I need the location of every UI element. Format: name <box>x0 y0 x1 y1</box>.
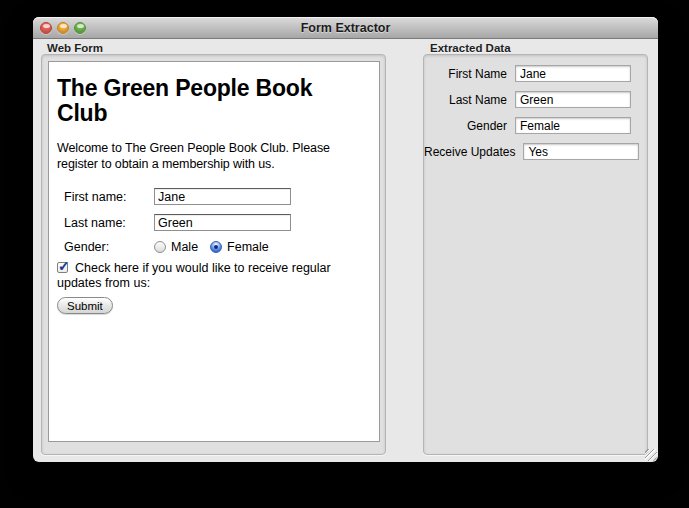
extracted-row-receive-updates: Receive Updates <box>424 143 647 160</box>
minimize-button-icon[interactable] <box>57 22 69 34</box>
gender-row: Gender: Male Female <box>64 240 371 254</box>
extracted-data-panel: First Name Last Name Gender Receive Upda… <box>423 54 648 455</box>
last-name-label: Last name: <box>64 216 154 230</box>
gender-label: Gender: <box>64 240 154 254</box>
extracted-last-name-label: Last Name <box>424 93 515 107</box>
gender-radio-group: Male Female <box>154 240 281 254</box>
extracted-receive-updates-label: Receive Updates <box>424 145 523 159</box>
extracted-gender-label: Gender <box>424 119 515 133</box>
web-form-panel-label: Web Form <box>47 42 103 54</box>
web-form-panel: The Green People Book Club Welcome to Th… <box>41 54 386 455</box>
zoom-button-icon[interactable] <box>74 22 86 34</box>
extracted-row-last-name: Last Name <box>424 91 647 108</box>
extracted-receive-updates-field[interactable] <box>523 143 639 160</box>
extracted-row-gender: Gender <box>424 117 647 134</box>
first-name-label: First name: <box>64 190 154 204</box>
gender-radio-male[interactable] <box>154 241 166 253</box>
resize-grip-icon[interactable] <box>645 449 657 461</box>
window-controls <box>40 22 86 34</box>
extracted-gender-field[interactable] <box>515 117 631 134</box>
intro-text: Welcome to The Green People Book Club. P… <box>57 140 371 172</box>
extracted-first-name-field[interactable] <box>515 65 631 82</box>
submit-button[interactable]: Submit <box>57 297 113 314</box>
gender-male-option-label[interactable]: Male <box>171 240 198 254</box>
gender-female-option-label[interactable]: Female <box>227 240 269 254</box>
updates-checkbox[interactable] <box>57 262 68 273</box>
window-title: Form Extractor <box>33 17 658 39</box>
updates-row: Check here if you would like to receive … <box>57 261 371 291</box>
gender-radio-female[interactable] <box>210 241 222 253</box>
last-name-input[interactable] <box>154 214 291 231</box>
extracted-row-first-name: First Name <box>424 65 647 82</box>
first-name-row: First name: <box>64 188 371 205</box>
close-button-icon[interactable] <box>40 22 52 34</box>
extracted-last-name-field[interactable] <box>515 91 631 108</box>
title-bar[interactable]: Form Extractor <box>33 17 658 39</box>
app-window: Form Extractor Web Form Extracted Data T… <box>33 17 658 462</box>
first-name-input[interactable] <box>154 188 291 205</box>
web-view: The Green People Book Club Welcome to Th… <box>48 61 380 442</box>
extracted-data-panel-label: Extracted Data <box>430 42 511 54</box>
updates-checkbox-label: Check here if you would like to receive … <box>57 261 331 290</box>
last-name-row: Last name: <box>64 214 371 231</box>
extracted-first-name-label: First Name <box>424 67 515 81</box>
page-title: The Green People Book Club <box>57 76 355 126</box>
